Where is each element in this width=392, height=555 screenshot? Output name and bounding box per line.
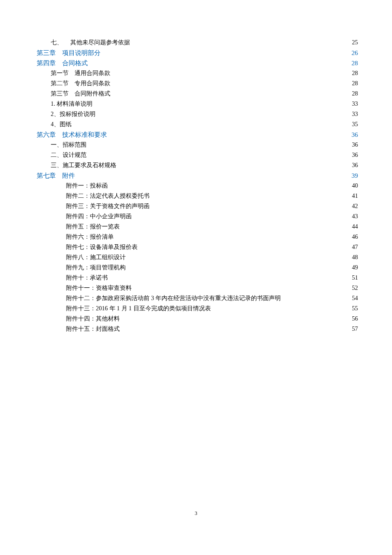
- toc-page-number: 49: [352, 263, 358, 273]
- toc-entry[interactable]: 附件九：项目管理机构 49: [37, 263, 358, 273]
- toc-leader-dots: [150, 192, 351, 198]
- toc-entry[interactable]: 第一节 通用合同条款28: [37, 68, 358, 78]
- toc-page-number: 28: [352, 68, 358, 78]
- toc-leader-dots: [121, 315, 351, 321]
- toc-leader-dots: [133, 284, 351, 290]
- toc-page-number: 42: [352, 201, 358, 211]
- toc-leader-dots: [121, 223, 351, 228]
- toc-entry[interactable]: 附件五：报价一览表 44: [37, 222, 358, 232]
- toc-entry[interactable]: 附件六：报价清单 46: [37, 232, 358, 242]
- toc-entry[interactable]: 第三章 项目说明部分26: [37, 48, 358, 58]
- toc-entry[interactable]: 三、施工要求及石材规格36: [37, 160, 358, 171]
- toc-leader-dots: [111, 79, 351, 85]
- toc-leader-dots: [96, 110, 351, 116]
- toc-label: 附件三：关于资格文件的声明函: [66, 201, 150, 211]
- toc-leader-dots: [150, 202, 351, 208]
- page-container: 七、 其他未尽问题参考依据25第三章 项目说明部分26第四章 合同格式28第一节…: [0, 0, 392, 360]
- toc-leader-dots: [109, 182, 351, 188]
- toc-leader-dots: [282, 294, 351, 300]
- toc-entry[interactable]: 附件三：关于资格文件的声明函 42: [37, 201, 358, 211]
- toc-page-number: 41: [352, 191, 358, 201]
- toc-label: 附件八：施工组织设计: [66, 252, 126, 263]
- toc-leader-dots: [115, 233, 351, 239]
- toc-label: 附件十三：2016 年 1 月 1 日至今完成的类似项目情况表: [66, 304, 211, 314]
- toc-page-number: 54: [352, 293, 358, 304]
- toc-label: 第七章 附件: [37, 171, 75, 181]
- toc-page-number: 57: [352, 324, 358, 334]
- toc-entry[interactable]: 2、投标报价说明33: [37, 109, 358, 119]
- toc-entry[interactable]: 附件十：承诺书 51: [37, 273, 358, 283]
- toc-label: 第一节 通用合同条款: [51, 68, 110, 78]
- toc-entry[interactable]: 一、招标范围36: [37, 140, 358, 150]
- toc-label: 附件七：设备清单及报价表: [66, 242, 138, 252]
- toc-leader-dots: [212, 304, 352, 310]
- toc-entry[interactable]: 第三节 合同附件格式28: [37, 89, 358, 99]
- toc-leader-dots: [111, 69, 351, 75]
- toc-entry[interactable]: 第二节 专用合同条款28: [37, 78, 358, 89]
- toc-leader-dots: [101, 49, 351, 55]
- toc-label: 附件十五：封面格式: [66, 324, 120, 334]
- toc-entry[interactable]: 附件四：中小企业声明函 43: [37, 211, 358, 222]
- toc-page-number: 25: [352, 38, 358, 48]
- toc-page-number: 26: [352, 48, 358, 58]
- toc-entry[interactable]: 七、 其他未尽问题参考依据25: [37, 38, 358, 48]
- toc-page-number: 36: [352, 140, 358, 150]
- toc-leader-dots: [111, 90, 351, 95]
- toc-leader-dots: [72, 120, 351, 126]
- toc-entry[interactable]: 附件八：施工组织设计 48: [37, 252, 358, 263]
- toc-label: 附件二：法定代表人授权委托书: [66, 191, 150, 201]
- toc-label: 附件一：投标函: [66, 181, 108, 191]
- toc-page-number: 40: [352, 181, 358, 191]
- toc-leader-dots: [87, 151, 351, 157]
- toc-label: 第二节 专用合同条款: [51, 78, 110, 89]
- toc-leader-dots: [121, 325, 351, 331]
- toc-leader-dots: [109, 274, 351, 280]
- toc-entry[interactable]: 第七章 附件39: [37, 171, 358, 181]
- toc-page-number: 33: [352, 109, 358, 119]
- toc-entry[interactable]: 1. 材料清单说明33: [37, 99, 358, 109]
- toc-page-number: 47: [352, 242, 358, 252]
- toc-page-number: 51: [352, 273, 358, 283]
- toc-entry[interactable]: 附件二：法定代表人授权委托书 41: [37, 191, 358, 201]
- toc-label: 附件十四：其他材料: [66, 314, 120, 324]
- toc-label: 二、设计规范: [51, 150, 86, 160]
- toc-page-number: 48: [352, 252, 358, 263]
- toc-leader-dots: [87, 141, 351, 147]
- page-number: 3: [0, 510, 392, 517]
- toc-page-number: 28: [352, 89, 358, 99]
- toc-leader-dots: [89, 59, 351, 65]
- toc-entry[interactable]: 二、设计规范36: [37, 150, 358, 160]
- table-of-contents: 七、 其他未尽问题参考依据25第三章 项目说明部分26第四章 合同格式28第一节…: [37, 38, 358, 334]
- toc-label: 附件九：项目管理机构: [66, 263, 126, 273]
- toc-page-number: 28: [352, 78, 358, 89]
- toc-page-number: 44: [352, 222, 358, 232]
- toc-page-number: 56: [352, 314, 358, 324]
- toc-label: 附件十二：参加政府采购活动前 3 年内在经营活动中没有重大违法记录的书面声明: [66, 293, 281, 304]
- toc-label: 第三章 项目说明部分: [37, 48, 101, 58]
- toc-page-number: 43: [352, 211, 358, 222]
- toc-leader-dots: [108, 130, 351, 137]
- toc-label: 第六章 技术标准和要求: [37, 130, 107, 140]
- toc-entry[interactable]: 附件十一：资格审查资料 52: [37, 283, 358, 293]
- toc-page-number: 52: [352, 283, 358, 293]
- toc-leader-dots: [127, 263, 351, 269]
- toc-entry[interactable]: 附件十五：封面格式 57: [37, 324, 358, 334]
- toc-page-number: 39: [352, 171, 358, 181]
- toc-label: 附件十一：资格审查资料: [66, 283, 132, 293]
- toc-entry[interactable]: 第四章 合同格式28: [37, 58, 358, 68]
- toc-leader-dots: [93, 100, 351, 106]
- toc-label: 附件四：中小企业声明函: [66, 211, 132, 222]
- toc-label: 2、投标报价说明: [51, 109, 95, 119]
- toc-entry[interactable]: 附件十二：参加政府采购活动前 3 年内在经营活动中没有重大违法记录的书面声明 5…: [37, 293, 358, 304]
- toc-leader-dots: [133, 212, 351, 218]
- toc-entry[interactable]: 附件十四：其他材料 56: [37, 314, 358, 324]
- toc-leader-dots: [117, 161, 351, 167]
- toc-entry[interactable]: 4、图纸35: [37, 119, 358, 130]
- toc-entry[interactable]: 第六章 技术标准和要求36: [37, 130, 358, 140]
- toc-entry[interactable]: 附件一：投标函 40: [37, 181, 358, 191]
- toc-entry[interactable]: 附件七：设备清单及报价表 47: [37, 242, 358, 252]
- toc-label: 附件十：承诺书: [66, 273, 108, 283]
- toc-label: 4、图纸: [51, 119, 72, 130]
- toc-entry[interactable]: 附件十三：2016 年 1 月 1 日至今完成的类似项目情况表 55: [37, 304, 358, 314]
- toc-page-number: 36: [352, 160, 358, 171]
